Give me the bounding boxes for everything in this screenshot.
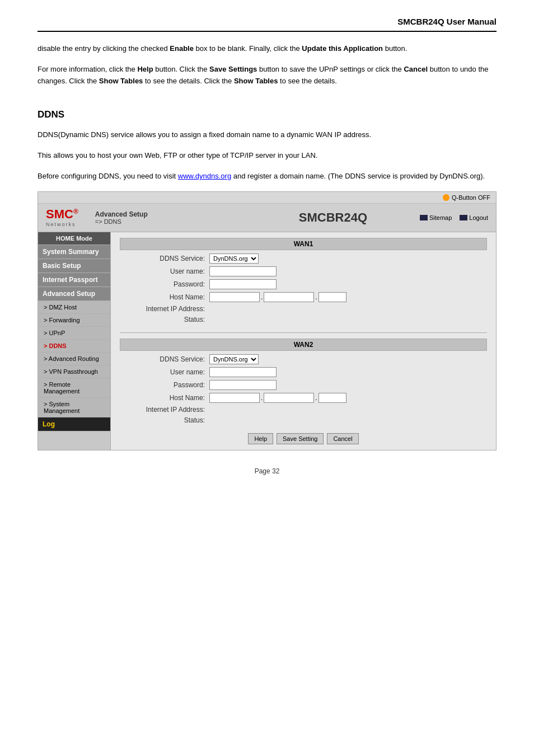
page-number: Page 32: [38, 467, 496, 475]
wan1-ddns-service-label: DDNS Service:: [120, 255, 209, 262]
sidebar-item-vpn-passthrough[interactable]: > VPN Passthrough: [38, 365, 110, 378]
breadcrumb-area: Advanced Setup => DDNS: [95, 210, 246, 225]
sidebar-item-internet-passport[interactable]: Internet Passport: [38, 273, 110, 287]
wan1-hostname-inputs: . .: [209, 292, 346, 302]
wan2-ddns-service-row: DDNS Service: DynDNS.org: [120, 354, 487, 364]
wan2-internet-ip-row: Internet IP Address:: [120, 406, 487, 414]
paragraph-2: For more information, click the Help but…: [38, 64, 496, 87]
wan1-hostname-row: Host Name: . .: [120, 292, 487, 302]
wan1-ddns-service-select[interactable]: DynDNS.org: [209, 253, 259, 264]
router-ui: Q-Button OFF SMC® Networks Advanced Setu…: [38, 191, 496, 450]
wan2-section: WAN2 DDNS Service: DynDNS.org User name:…: [120, 339, 487, 424]
wan2-username-label: User name:: [120, 368, 209, 376]
wan2-username-input[interactable]: [209, 367, 277, 377]
logout-label: Logout: [469, 214, 488, 221]
wan2-hostname-input1[interactable]: [209, 393, 260, 403]
logout-link[interactable]: Logout: [460, 214, 488, 221]
logout-icon: [460, 215, 467, 220]
wan1-hostname-sep1: .: [261, 293, 263, 301]
wan2-status-row: Status:: [120, 416, 487, 424]
wan1-password-input[interactable]: [209, 279, 277, 289]
wan2-hostname-sep1: .: [261, 394, 263, 402]
header-links: Sitemap Logout: [420, 214, 488, 221]
wan1-hostname-input1[interactable]: [209, 292, 260, 302]
wan1-password-label: Password:: [120, 280, 209, 288]
router-body: HOME Mode System Summary Basic Setup Int…: [38, 232, 496, 450]
wan2-password-label: Password:: [120, 381, 209, 389]
q-button-off[interactable]: Q-Button OFF: [443, 194, 490, 201]
smc-logo-area: SMC® Networks: [46, 208, 78, 227]
wan2-hostname-input2[interactable]: [264, 393, 314, 403]
sitemap-label: Sitemap: [429, 214, 452, 221]
help-button[interactable]: Help: [248, 433, 273, 444]
page-title: SMCBR24Q User Manual: [38, 17, 496, 32]
wan1-internet-ip-row: Internet IP Address:: [120, 305, 487, 313]
router-header: SMC® Networks Advanced Setup => DDNS SMC…: [38, 204, 496, 232]
wan2-hostname-input3[interactable]: [318, 393, 346, 403]
save-button[interactable]: Save Setting: [277, 433, 324, 444]
q-dot-icon: [443, 194, 449, 201]
wan1-hostname-label: Host Name:: [120, 293, 209, 301]
main-content: WAN1 DDNS Service: DynDNS.org User name:…: [111, 232, 496, 450]
q-button-label: Q-Button OFF: [452, 194, 490, 201]
wan2-hostname-label: Host Name:: [120, 394, 209, 402]
button-row: Help Save Setting Cancel: [120, 433, 487, 444]
sidebar-item-system-summary[interactable]: System Summary: [38, 245, 110, 259]
wan2-ddns-service-select[interactable]: DynDNS.org: [209, 354, 259, 364]
wan2-hostname-row: Host Name: . .: [120, 393, 487, 403]
wan1-status-label: Status:: [120, 316, 209, 323]
sidebar-item-upnp[interactable]: > UPnP: [38, 327, 110, 340]
wan2-title: WAN2: [120, 339, 487, 351]
wan1-hostname-input2[interactable]: [264, 292, 314, 302]
paragraph-1: disable the entry by clicking the checke…: [38, 43, 496, 55]
wan1-username-input[interactable]: [209, 266, 277, 276]
wan1-internet-ip-label: Internet IP Address:: [120, 305, 209, 313]
ddns-text-2: This allows you to host your own Web, FT…: [38, 150, 496, 162]
smc-logo: SMC®: [46, 208, 78, 220]
wan-divider: [120, 332, 487, 333]
wan2-password-row: Password:: [120, 380, 487, 390]
smc-networks: Networks: [46, 222, 78, 227]
wan2-internet-ip-label: Internet IP Address:: [120, 406, 209, 414]
sidebar-item-remote-management[interactable]: > Remote Management: [38, 378, 110, 398]
sidebar-item-home-mode[interactable]: HOME Mode: [38, 232, 110, 245]
model-name: SMCBR24Q: [257, 210, 409, 225]
sidebar-item-forwarding[interactable]: > Forwarding: [38, 314, 110, 327]
sidebar-item-basic-setup[interactable]: Basic Setup: [38, 259, 110, 273]
sidebar-item-log[interactable]: Log: [38, 417, 110, 431]
breadcrumb-title: Advanced Setup: [95, 210, 246, 218]
sidebar-item-dmz-host[interactable]: > DMZ Host: [38, 301, 110, 314]
wan2-username-row: User name:: [120, 367, 487, 377]
wan1-section: WAN1 DDNS Service: DynDNS.org User name:…: [120, 238, 487, 323]
wan2-hostname-inputs: . .: [209, 393, 346, 403]
wan2-status-label: Status:: [120, 416, 209, 424]
ddns-text-1: DDNS(Dynamic DNS) service allows you to …: [38, 129, 496, 141]
sidebar-item-advanced-routing[interactable]: > Advanced Routing: [38, 353, 110, 365]
wan1-hostname-input3[interactable]: [318, 292, 346, 302]
sidebar: HOME Mode System Summary Basic Setup Int…: [38, 232, 111, 450]
sidebar-item-system-management[interactable]: > System Management: [38, 398, 110, 417]
sidebar-item-advanced-setup[interactable]: Advanced Setup: [38, 287, 110, 301]
wan2-ddns-service-label: DDNS Service:: [120, 355, 209, 363]
wan1-status-row: Status:: [120, 316, 487, 323]
wan1-ddns-service-row: DDNS Service: DynDNS.org: [120, 253, 487, 264]
ddns-text-3: Before configuring DDNS, you need to vis…: [38, 171, 496, 182]
wan1-password-row: Password:: [120, 279, 487, 289]
wan1-username-label: User name:: [120, 267, 209, 275]
wan2-hostname-sep2: .: [315, 394, 317, 402]
dyndns-link[interactable]: www.dyndns.org: [178, 172, 231, 180]
sidebar-item-ddns[interactable]: > DDNS: [38, 340, 110, 353]
ddns-section-heading: DDNS: [38, 109, 496, 120]
wan1-username-row: User name:: [120, 266, 487, 276]
sitemap-link[interactable]: Sitemap: [420, 214, 452, 221]
wan2-password-input[interactable]: [209, 380, 277, 390]
breadcrumb-sub: => DDNS: [95, 218, 246, 225]
wan1-hostname-sep2: .: [315, 293, 317, 301]
cancel-button[interactable]: Cancel: [327, 433, 358, 444]
sitemap-icon: [420, 215, 428, 220]
wan1-title: WAN1: [120, 238, 487, 250]
router-topbar: Q-Button OFF: [38, 192, 496, 204]
